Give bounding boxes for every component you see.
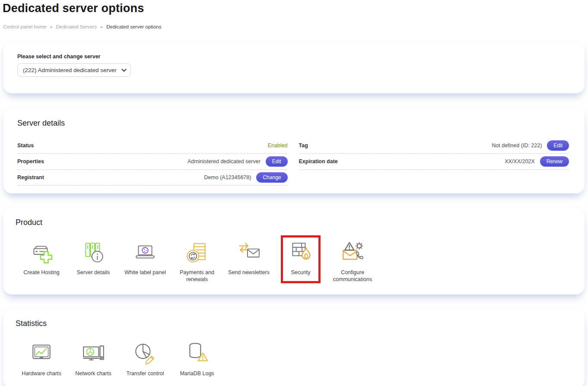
product-card: Product Create Hosting bbox=[3, 208, 585, 294]
transfer-control-icon bbox=[133, 341, 158, 366]
product-tiles: Create Hosting Server details bbox=[16, 235, 572, 283]
hardware-charts-icon bbox=[29, 341, 54, 366]
status-row: Status Enabled bbox=[17, 138, 288, 154]
server-select-wrap: (222) Administered dedicated server bbox=[17, 63, 131, 77]
server-select-label: Please select and change server bbox=[17, 54, 571, 60]
page-header: Dedicated server options Control panel h… bbox=[0, 0, 588, 29]
tile-create-hosting[interactable]: Create Hosting bbox=[16, 235, 67, 276]
tile-label: MariaDB Logs bbox=[180, 370, 214, 377]
tile-label: Security bbox=[291, 269, 310, 276]
tile-send-newsletters[interactable]: Send newsletters bbox=[223, 235, 275, 276]
tile-security[interactable]: Security bbox=[275, 235, 327, 283]
configure-communications-icon bbox=[340, 240, 365, 265]
tile-label: Network charts bbox=[75, 370, 111, 377]
breadcrumb-separator: » bbox=[50, 24, 52, 29]
registrant-value: Demo (A12345678) bbox=[204, 174, 251, 180]
edit-properties-button[interactable]: Edit bbox=[266, 156, 288, 167]
tile-transfer-control[interactable]: Transfer control bbox=[119, 336, 171, 377]
breadcrumb: Control panel home » Dedicated Servers »… bbox=[3, 24, 585, 29]
payments-renewals-icon bbox=[184, 240, 210, 265]
edit-tag-button[interactable]: Edit bbox=[547, 140, 569, 151]
send-newsletters-icon bbox=[236, 240, 261, 265]
renew-button[interactable]: Renew bbox=[540, 156, 569, 167]
security-icon bbox=[288, 240, 313, 265]
tile-label: Server details bbox=[77, 269, 110, 276]
properties-value: Administered dedicated server bbox=[188, 158, 261, 165]
breadcrumb-current: Dedicated server options bbox=[106, 24, 161, 29]
statistics-title: Statistics bbox=[16, 319, 572, 328]
change-registrant-button[interactable]: Change bbox=[256, 172, 287, 183]
tile-white-label-panel[interactable]: White label panel bbox=[119, 235, 171, 276]
white-label-panel-icon bbox=[133, 240, 158, 265]
breadcrumb-separator: » bbox=[100, 24, 103, 29]
product-title: Product bbox=[16, 218, 572, 227]
statistics-card: Statistics Hardware charts bbox=[3, 309, 585, 386]
server-details-icon bbox=[81, 240, 106, 265]
security-highlight-box: Security bbox=[281, 235, 321, 283]
registrant-label: Registrant bbox=[17, 174, 44, 180]
tile-mariadb-logs[interactable]: MariaDB Logs bbox=[171, 336, 223, 377]
mariadb-logs-icon bbox=[184, 341, 210, 366]
tile-network-charts[interactable]: Network charts bbox=[67, 336, 119, 377]
expiration-date-value: XX/XX/202X bbox=[505, 158, 535, 165]
tag-label: Tag bbox=[299, 142, 308, 149]
properties-row: Properties Administered dedicated server… bbox=[17, 154, 288, 170]
tile-label: White label panel bbox=[124, 269, 166, 276]
server-selector-card: Please select and change server (222) Ad… bbox=[3, 42, 585, 93]
page-title: Dedicated server options bbox=[3, 2, 585, 15]
tile-label: Configure communications bbox=[330, 269, 375, 283]
expiration-date-label: Expiration date bbox=[299, 158, 338, 165]
server-details-card: Server details Status Enabled Properties… bbox=[3, 108, 585, 193]
breadcrumb-dedicated-servers[interactable]: Dedicated Servers bbox=[56, 24, 97, 29]
tag-row: Tag Not defined (ID: 222) Edit bbox=[299, 138, 569, 154]
properties-label: Properties bbox=[17, 158, 44, 165]
expiration-date-row: Expiration date XX/XX/202X Renew bbox=[299, 154, 569, 170]
network-charts-icon bbox=[81, 341, 106, 366]
breadcrumb-home[interactable]: Control panel home bbox=[3, 24, 46, 29]
status-label: Status bbox=[17, 142, 34, 149]
tile-label: Payments and renewals bbox=[175, 269, 219, 283]
tile-label: Hardware charts bbox=[22, 370, 61, 377]
server-details-right-column: Tag Not defined (ID: 222) Edit Expiratio… bbox=[299, 138, 569, 170]
tile-payments-renewals[interactable]: Payments and renewals bbox=[171, 235, 223, 283]
tile-configure-communications[interactable]: Configure communications bbox=[327, 235, 378, 283]
tile-label: Transfer control bbox=[126, 370, 164, 377]
tile-server-details[interactable]: Server details bbox=[67, 235, 119, 276]
statistics-tiles: Hardware charts Network charts bbox=[16, 336, 572, 377]
registrant-row: Registrant Demo (A12345678) Change bbox=[17, 170, 288, 186]
server-details-title: Server details bbox=[17, 119, 569, 128]
tile-label: Create Hosting bbox=[23, 269, 59, 276]
tag-value: Not defined (ID: 222) bbox=[492, 142, 542, 149]
server-select[interactable]: (222) Administered dedicated server bbox=[17, 63, 131, 77]
create-hosting-icon bbox=[29, 240, 54, 265]
server-details-left-column: Status Enabled Properties Administered d… bbox=[17, 138, 288, 186]
tile-hardware-charts[interactable]: Hardware charts bbox=[16, 336, 67, 377]
status-value: Enabled bbox=[268, 142, 288, 149]
tile-label: Send newsletters bbox=[228, 269, 270, 276]
